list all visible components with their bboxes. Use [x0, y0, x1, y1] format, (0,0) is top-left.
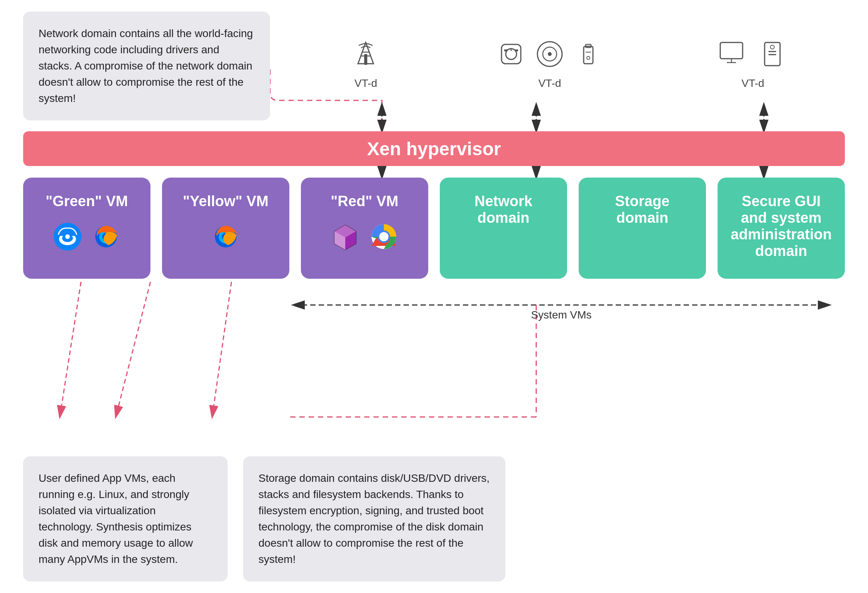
storage-device-group: VT-d: [496, 39, 604, 101]
red-vm-label: "Red" VM: [331, 193, 398, 210]
vms-row: "Green" VM: [23, 178, 845, 279]
monitor-icon: [718, 39, 749, 71]
vtd-label-1: VT-d: [355, 77, 377, 90]
gui-domain-label: Secure GUI and system administration dom…: [729, 193, 833, 259]
svg-line-15: [116, 282, 150, 417]
firefox-icon-yellow: [210, 221, 241, 254]
usb-plug-icon: [496, 39, 527, 71]
yellow-vm-label: "Yellow" VM: [183, 193, 269, 210]
hypervisor-label: Xen hypervisor: [367, 138, 501, 159]
svg-point-35: [587, 56, 590, 59]
svg-rect-28: [515, 49, 518, 51]
svg-rect-42: [768, 54, 776, 55]
svg-line-16: [212, 282, 231, 417]
svg-rect-41: [768, 51, 776, 52]
usb-drive-icon: [573, 39, 604, 71]
network-domain-label: Network domain: [451, 193, 556, 226]
red-vm-icons: [330, 221, 399, 254]
snap-icon: [330, 221, 361, 254]
svg-point-46: [65, 234, 70, 239]
devices-row: VT-d: [293, 39, 845, 101]
network-tooltip: Network domain contains all the world-fa…: [23, 12, 270, 120]
yellow-vm-icons: [210, 221, 241, 254]
pc-tower-icon: [757, 39, 788, 71]
gui-device-group: VT-d: [718, 39, 788, 101]
svg-rect-24: [502, 44, 521, 64]
svg-rect-32: [584, 46, 593, 64]
wifi-device-group: VT-d: [350, 39, 381, 101]
firefox-icon-green: [91, 221, 122, 254]
red-vm-box: "Red" VM: [301, 178, 428, 279]
appvms-tooltip: User defined App VMs, each running e.g. …: [23, 456, 228, 581]
svg-rect-36: [720, 42, 743, 59]
storage-domain-label: Storage domain: [590, 193, 694, 226]
wifi-tower-icon: [350, 39, 381, 71]
svg-point-31: [548, 52, 552, 56]
svg-line-14: [60, 282, 81, 417]
gui-domain-box: Secure GUI and system administration dom…: [718, 178, 845, 279]
green-vm-box: "Green" VM: [23, 178, 150, 279]
wifi-device-icons: [350, 39, 381, 71]
hypervisor-bar: Xen hypervisor: [23, 131, 845, 166]
vtd-label-2: VT-d: [538, 77, 561, 90]
network-tooltip-text: Network domain contains all the world-fa…: [39, 27, 253, 104]
vtd-label-3: VT-d: [741, 77, 764, 90]
thunderbird-icon: [52, 221, 83, 254]
disk-icon: [534, 39, 565, 71]
svg-rect-27: [504, 49, 507, 51]
network-domain-box: Network domain: [440, 178, 567, 279]
chrome-icon-red: [368, 221, 399, 254]
system-vms-container: System VMs: [278, 305, 845, 321]
diagram-container: Network domain contains all the world-fa…: [0, 0, 868, 593]
storage-device-icons: [496, 39, 604, 71]
storage-tooltip-text: Storage domain contains disk/USB/DVD dri…: [258, 472, 490, 565]
green-vm-label: "Green" VM: [46, 193, 128, 210]
gui-device-icons: [718, 39, 788, 71]
storage-tooltip: Storage domain contains disk/USB/DVD dri…: [243, 456, 505, 581]
yellow-vm-box: "Yellow" VM: [162, 178, 289, 279]
storage-domain-box: Storage domain: [579, 178, 706, 279]
svg-point-61: [379, 232, 388, 241]
green-vm-icons: [52, 221, 122, 254]
appvms-tooltip-text: User defined App VMs, each running e.g. …: [39, 472, 193, 565]
system-vms-label: System VMs: [278, 309, 845, 321]
svg-point-40: [770, 45, 774, 49]
